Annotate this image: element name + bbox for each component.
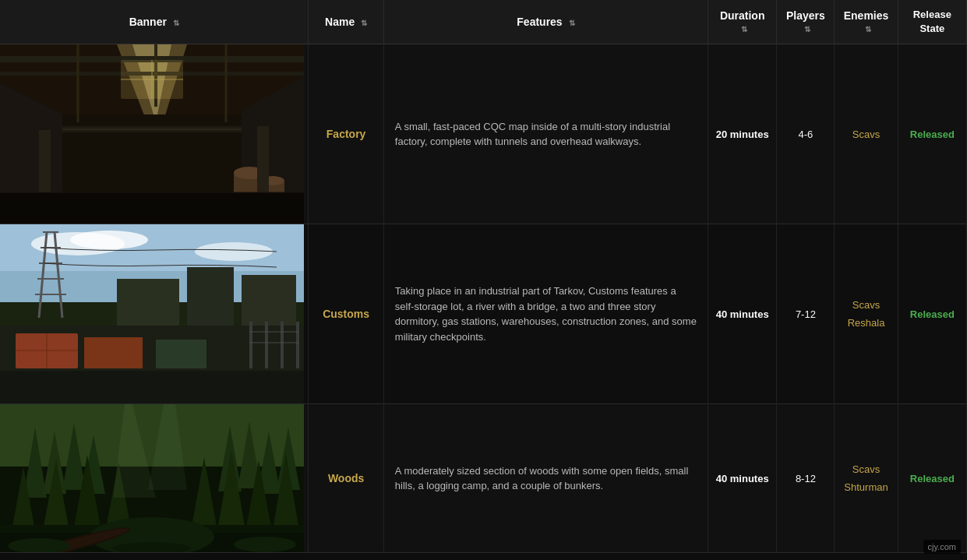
name-header[interactable]: Name ⇅ (309, 0, 383, 44)
woods-banner-cell (0, 404, 309, 553)
name-sort-icon: ⇅ (361, 19, 367, 27)
enemies-header-label: Enemies (844, 9, 889, 22)
customs-players: 7-12 (796, 308, 816, 320)
woods-features-cell: A moderately sized section of woods with… (383, 404, 708, 553)
svg-point-31 (70, 231, 148, 249)
svg-rect-61 (296, 322, 299, 368)
svg-rect-65 (0, 404, 304, 467)
svg-rect-41 (187, 267, 234, 326)
banner-header[interactable]: Banner ⇅ (0, 0, 309, 44)
factory-features-cell: A small, fast-paced CQC map inside of a … (383, 44, 708, 224)
players-header[interactable]: Players ⇅ (777, 0, 835, 44)
factory-players: 4-6 (798, 129, 813, 140)
factory-svg (0, 44, 304, 224)
customs-features-cell: Taking place in an industrial part of Ta… (383, 224, 708, 404)
factory-banner-cell (0, 44, 309, 224)
customs-enemies-scavs: Scavs (852, 299, 880, 311)
svg-point-90 (234, 537, 296, 552)
customs-enemies-cell: Scavs Reshala (835, 224, 898, 404)
woods-name-cell: Woods (309, 404, 383, 553)
woods-release: Released (910, 473, 955, 484)
woods-players: 8-12 (796, 473, 816, 484)
factory-duration: 20 minutes (716, 129, 769, 140)
woods-banner-image (0, 404, 304, 552)
players-header-label: Players (786, 9, 825, 22)
features-sort-icon: ⇅ (569, 19, 575, 27)
svg-rect-48 (156, 340, 206, 368)
features-header[interactable]: Features ⇅ (383, 0, 708, 44)
release-state-header-label: ReleaseState (913, 9, 951, 34)
banner-sort-icon: ⇅ (173, 19, 179, 27)
banner-header-label: Banner (129, 16, 167, 28)
customs-players-cell: 7-12 (777, 224, 835, 404)
table-row: Woods A moderately sized section of wood… (0, 404, 967, 553)
customs-banner-cell (0, 224, 309, 404)
customs-features: Taking place in an industrial part of Ta… (395, 285, 697, 343)
players-sort-icon: ⇅ (804, 25, 810, 33)
woods-players-cell: 8-12 (777, 404, 835, 553)
woods-name: Woods (328, 472, 364, 484)
factory-banner-image (0, 44, 304, 224)
factory-features: A small, fast-paced CQC map inside of a … (395, 121, 670, 148)
duration-sort-icon: ⇅ (741, 25, 747, 33)
woods-release-cell: Released (898, 404, 966, 553)
customs-name: Customs (323, 308, 369, 320)
duration-header-label: Duration (720, 9, 765, 22)
svg-rect-40 (117, 279, 179, 326)
svg-rect-42 (242, 275, 296, 326)
enemies-header[interactable]: Enemies ⇅ (835, 0, 898, 44)
customs-release-cell: Released (898, 224, 966, 404)
svg-rect-59 (265, 322, 268, 368)
woods-enemies-shturman: Shturman (844, 481, 888, 493)
customs-banner-image (0, 224, 304, 403)
factory-players-cell: 4-6 (777, 44, 835, 224)
factory-name: Factory (326, 128, 366, 140)
duration-header[interactable]: Duration ⇅ (708, 0, 777, 44)
factory-release-cell: Released (898, 44, 966, 224)
customs-enemies-reshala: Reshala (848, 317, 885, 329)
name-header-label: Name (325, 16, 355, 28)
customs-duration: 40 minutes (716, 308, 769, 320)
factory-enemies-cell: Scavs (835, 44, 898, 224)
customs-svg (0, 224, 304, 403)
table-row: Factory A small, fast-paced CQC map insi… (0, 44, 967, 224)
release-state-header[interactable]: ReleaseState (898, 0, 966, 44)
factory-duration-cell: 20 minutes (708, 44, 777, 224)
customs-duration-cell: 40 minutes (708, 224, 777, 404)
table-row: Customs Taking place in an industrial pa… (0, 224, 967, 404)
svg-rect-45 (84, 337, 143, 368)
svg-rect-57 (0, 371, 304, 403)
svg-rect-58 (249, 322, 252, 368)
factory-release: Released (910, 129, 955, 140)
woods-features: A moderately sized section of woods with… (395, 465, 688, 492)
customs-name-cell: Customs (309, 224, 383, 404)
svg-point-32 (195, 242, 273, 261)
woods-enemies-scavs: Scavs (852, 463, 880, 475)
woods-duration-cell: 40 minutes (708, 404, 777, 553)
factory-name-cell: Factory (309, 44, 383, 224)
woods-svg (0, 404, 304, 552)
customs-release: Released (910, 308, 955, 320)
svg-rect-22 (0, 192, 304, 224)
enemies-sort-icon: ⇅ (865, 25, 871, 33)
factory-enemies: Scavs (852, 129, 880, 140)
svg-rect-60 (281, 322, 284, 368)
features-header-label: Features (517, 16, 562, 28)
woods-enemies-cell: Scavs Shturman (835, 404, 898, 553)
woods-duration: 40 minutes (716, 473, 769, 484)
